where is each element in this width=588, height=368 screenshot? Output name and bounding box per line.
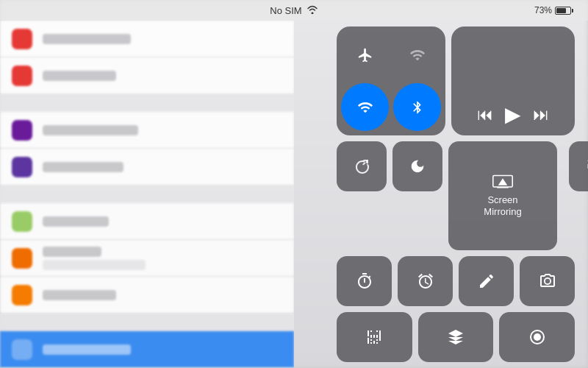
battery-area: 73%	[534, 5, 573, 15]
settings-text	[43, 34, 131, 44]
cc-row-3	[337, 256, 575, 306]
bluetooth-button[interactable]	[393, 83, 441, 131]
settings-text	[43, 71, 116, 81]
screen-record-button[interactable]	[499, 312, 575, 362]
settings-item	[0, 112, 294, 149]
carrier-label: No SIM	[270, 5, 301, 16]
battery-percentage: 73%	[534, 5, 552, 15]
airplane-mode-button[interactable]	[341, 31, 389, 79]
settings-text	[43, 247, 101, 257]
settings-spacer	[0, 94, 294, 112]
settings-item	[0, 21, 294, 57]
settings-text	[43, 344, 131, 355]
settings-icon	[12, 248, 32, 269]
screen-mirroring-label: Screen Mirroring	[484, 194, 521, 217]
wifi-toggle-button[interactable]	[341, 83, 389, 131]
screen-mirroring-button[interactable]: Screen Mirroring	[448, 141, 557, 250]
svg-point-5	[534, 333, 541, 341]
mute-button[interactable]	[569, 141, 588, 191]
clock-button[interactable]	[398, 256, 453, 306]
settings-item	[0, 149, 294, 185]
settings-spacer	[0, 314, 294, 331]
qr-code-button[interactable]	[337, 312, 412, 362]
cc-row-4	[337, 312, 575, 362]
settings-item	[0, 203, 294, 240]
svg-marker-3	[498, 179, 507, 185]
settings-icon	[12, 211, 32, 232]
settings-spacer	[0, 185, 294, 203]
media-controls: ⏮ ▶ ⏭	[477, 102, 549, 127]
settings-text	[43, 290, 116, 300]
markup-button[interactable]	[459, 256, 514, 306]
svg-rect-2	[497, 187, 509, 188]
do-not-disturb-button[interactable]	[392, 141, 442, 191]
timer-button[interactable]	[337, 256, 392, 306]
fast-forward-button[interactable]: ⏭	[533, 105, 549, 124]
cellular-button[interactable]	[393, 31, 441, 79]
settings-text	[43, 125, 138, 135]
settings-icon	[12, 29, 32, 49]
settings-icon	[12, 157, 32, 177]
settings-icon	[12, 339, 32, 360]
rewind-button[interactable]: ⏮	[477, 105, 493, 124]
media-player-block: ⏮ ▶ ⏭	[451, 26, 575, 135]
cc-row-2: Screen Mirroring	[337, 141, 575, 250]
settings-text	[43, 216, 109, 227]
camera-button[interactable]	[520, 256, 575, 306]
cc-row-1: ⏮ ▶ ⏭	[337, 26, 575, 135]
control-center: ⏮ ▶ ⏭ Scr	[331, 21, 581, 368]
connectivity-block	[337, 26, 445, 135]
play-button[interactable]: ▶	[505, 102, 521, 127]
settings-icon	[12, 66, 32, 86]
wifi-icon	[306, 5, 318, 16]
settings-text	[43, 162, 123, 172]
settings-item-selected	[0, 331, 294, 368]
settings-icon	[12, 285, 32, 305]
settings-subtext	[43, 260, 146, 270]
settings-list	[0, 21, 294, 368]
rotation-lock-button[interactable]	[337, 141, 387, 191]
settings-item	[0, 240, 294, 277]
settings-icon	[12, 120, 32, 141]
battery-icon	[555, 7, 573, 15]
settings-item	[0, 277, 294, 314]
ar-button[interactable]	[418, 312, 494, 362]
settings-item	[0, 57, 294, 94]
status-bar: No SIM 73%	[0, 0, 588, 21]
